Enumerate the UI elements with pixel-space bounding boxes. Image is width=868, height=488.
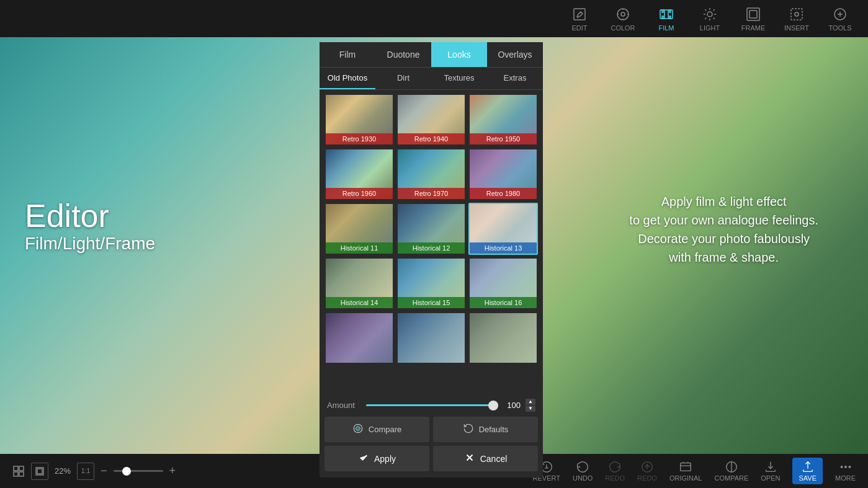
amount-label: Amount [327,401,361,410]
subtab-dirt[interactable]: Dirt [375,68,431,89]
light-icon [701,6,718,23]
redo-label: REDO [605,474,625,482]
amount-slider[interactable] [366,404,498,406]
toolbar-frame-label: FRAME [741,24,766,32]
label-hist13: Historical 13 [470,242,537,254]
original-label: ORIGINAL [669,474,702,482]
redo-button[interactable]: REDO [605,460,625,482]
subtab-extras[interactable]: Extras [487,68,543,89]
filter-retro1960[interactable]: Retro 1960 [324,148,394,200]
svg-rect-21 [19,472,24,476]
filter-retro1980[interactable]: Retro 1980 [468,148,538,200]
top-toolbar: EDIT COLOR FILM [0,0,868,37]
svg-point-29 [841,466,843,468]
toolbar-tools[interactable]: TOOLS [825,6,856,32]
svg-point-10 [707,12,712,17]
tab-overlays[interactable]: Overlays [487,42,543,67]
amount-up-button[interactable]: ▲ [526,399,535,405]
svg-rect-13 [791,9,802,20]
thumb-histC [470,313,537,363]
svg-point-14 [795,12,799,16]
zoom-ratio-button[interactable]: 1:1 [77,463,94,480]
toolbar-color[interactable]: COLOR [607,6,638,32]
svg-rect-18 [14,466,18,471]
label-hist12: Historical 12 [398,242,465,254]
svg-rect-19 [19,466,24,471]
filter-hist13[interactable]: Historical 13 [468,203,538,255]
thumb-histB [398,313,465,363]
subtab-textures[interactable]: Textures [431,68,487,89]
redo2-label: REDO [637,474,657,482]
zoom-slider[interactable] [114,470,163,472]
filter-histA[interactable] [324,312,394,364]
amount-down-button[interactable]: ▼ [526,406,535,412]
color-icon [614,6,632,23]
label-hist16: Historical 16 [470,297,537,308]
action-row-compare: Compare Defaults [320,417,543,442]
filter-hist14[interactable]: Historical 14 [324,257,394,309]
compare-button[interactable]: Compare [324,417,429,442]
label-hist14: Historical 14 [326,297,393,308]
compare-label: Compare [369,425,401,434]
zoom-plus-icon[interactable]: + [169,464,176,477]
svg-rect-5 [662,16,663,19]
subtab-old-photos[interactable]: Old Photos [320,68,375,89]
toolbar-edit-label: EDIT [571,24,587,32]
filter-hist15[interactable]: Historical 15 [396,257,466,309]
svg-rect-7 [669,16,671,19]
toolbar-edit[interactable]: EDIT [564,6,595,32]
thumb-histA [326,313,393,363]
filter-retro1930[interactable]: Retro 1930 [324,94,394,146]
defaults-button[interactable]: Defaults [433,417,538,442]
toolbar-film[interactable]: FILM [651,6,682,32]
apply-button[interactable]: Apply [324,446,429,471]
toolbar-insert[interactable]: INSERT [781,6,812,32]
amount-value: 100 [503,401,521,410]
filter-histB[interactable] [396,312,466,364]
filter-grid: Retro 1930 Retro 1940 Retro 1950 Retro 1… [320,90,543,394]
tab-duotone[interactable]: Duotone [375,42,431,67]
filter-hist16[interactable]: Historical 16 [468,257,538,309]
zoom-ratio-label: 1:1 [81,468,90,474]
filter-retro1950[interactable]: Retro 1950 [468,94,538,146]
svg-rect-4 [662,10,663,12]
filter-retro1940[interactable]: Retro 1940 [396,94,466,146]
grid-view-button[interactable] [12,465,25,477]
save-button[interactable]: SAVE [792,458,823,484]
toolbar-insert-label: INSERT [784,24,809,32]
toolbar-frame[interactable]: FRAME [738,6,769,32]
toolbar-light[interactable]: LIGHT [694,6,725,32]
editor-overlay: Editor Film/Light/Frame [25,198,155,254]
panel-tabs-row1: Film Duotone Looks Overlays [320,42,543,68]
tab-film[interactable]: Film [320,42,375,67]
svg-rect-11 [747,8,759,20]
zoom-minus-icon[interactable]: − [101,464,107,477]
filter-hist12[interactable]: Historical 12 [396,203,466,255]
filter-hist11[interactable]: Historical 11 [324,203,394,255]
insert-icon [788,6,805,23]
filter-histC[interactable] [468,312,538,364]
x-icon [464,452,475,465]
zoom-control [114,470,163,472]
undo-button[interactable]: UNDO [573,460,593,482]
more-button[interactable]: MORE [835,460,856,482]
tab-looks[interactable]: Looks [431,42,487,67]
filter-retro1970[interactable]: Retro 1970 [396,148,466,200]
original-button[interactable]: ORIGINAL [669,460,702,482]
compare-icon [352,423,364,436]
frame-view-button[interactable] [31,463,48,480]
label-hist11: Historical 11 [326,242,393,254]
compare-bottom-button[interactable]: COMPARE [714,460,748,482]
svg-point-31 [849,466,851,468]
svg-point-1 [617,9,629,20]
right-text-line2: to get your own analogue feelings. [629,211,818,229]
cancel-button[interactable]: Cancel [433,446,538,471]
bottom-left-controls: 22% 1:1 − + [12,463,176,480]
svg-rect-0 [574,9,585,20]
compare-bottom-label: COMPARE [714,474,748,482]
open-button[interactable]: OPEN [761,460,780,482]
svg-rect-23 [37,469,42,474]
redo2-button[interactable]: REDO [637,460,657,482]
editor-title-line2: Film/Light/Frame [25,234,155,254]
open-label: OPEN [761,474,780,482]
